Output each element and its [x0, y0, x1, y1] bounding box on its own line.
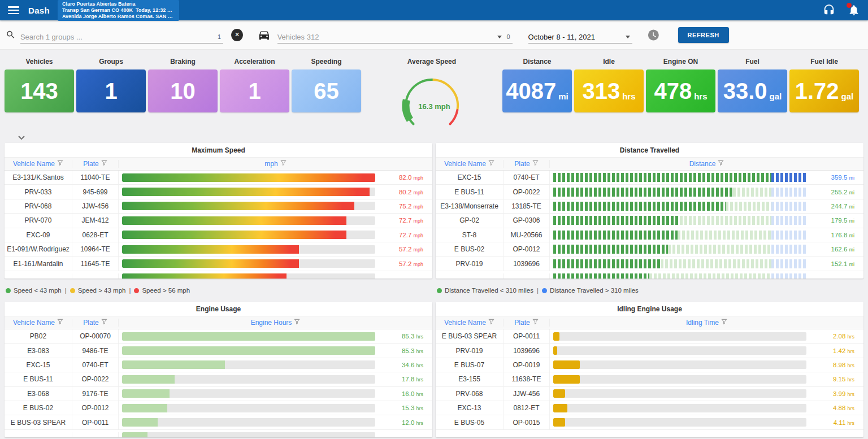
bar-cell [550, 332, 810, 341]
column-header-plate[interactable]: Plate [504, 160, 550, 168]
vehicle-name-cell: PB02 [5, 329, 72, 343]
distance-bar [553, 216, 806, 225]
kpi-card-idle[interactable]: 313hrs [574, 69, 644, 112]
filter-funnel-icon[interactable] [488, 160, 494, 168]
kpi-card-vehicles[interactable]: 143 [5, 69, 74, 112]
value-cell: 72.7 mph [379, 232, 432, 238]
ticker-line1: Claro Puertas Abiertas Bateria [62, 1, 175, 7]
table-row: EXC-090628-ET72.7 mph [5, 228, 432, 242]
filter-funnel-icon[interactable] [57, 319, 63, 327]
collapse-kpi-chevron-icon[interactable] [17, 133, 26, 138]
filter-funnel-icon[interactable] [57, 160, 63, 168]
column-header-plate[interactable]: Plate [504, 319, 550, 327]
plate-cell: 9486-TE [72, 344, 119, 357]
bar-segment [771, 231, 806, 240]
ticker-line2: Transp San German CO 400K Today, 12:32 p… [62, 7, 175, 14]
clear-search-button[interactable]: ✕ [231, 29, 243, 41]
date-range-field[interactable] [528, 27, 632, 44]
bar-track [122, 173, 375, 182]
refresh-button[interactable]: REFRESH [678, 27, 729, 43]
vehicles-caret-icon[interactable] [497, 36, 502, 38]
value-cell: 3.99 hrs [810, 390, 863, 397]
headset-icon[interactable] [823, 4, 835, 16]
column-header-engine-hours[interactable]: Engine Hours [119, 319, 432, 327]
date-range-input[interactable] [528, 33, 623, 41]
time-history-icon[interactable] [647, 28, 660, 42]
column-label: Plate [83, 160, 98, 168]
kpi-card-speeding[interactable]: 65 [292, 69, 361, 112]
vehicle-name-cell: GP-02 [436, 214, 504, 227]
bar-track [122, 432, 375, 437]
legend-item: Speed < 43 mph [6, 287, 62, 294]
vehicle-name-cell: E3-131/K.Santos [5, 171, 72, 184]
filter-funnel-icon[interactable] [101, 319, 107, 327]
date-caret-icon[interactable] [626, 36, 630, 38]
kpi-card-fuel-idle[interactable]: 1.72gal [789, 69, 859, 112]
kpi-card-braking[interactable]: 10 [148, 69, 218, 112]
kpi-value: 1 [248, 80, 261, 102]
kpi-label: Groups [76, 58, 146, 66]
legend-item: Speed > 56 mph [134, 287, 190, 294]
plate-cell: 945-699 [72, 185, 119, 198]
column-label: Plate [514, 319, 530, 327]
value-cell: 15.3 hrs [379, 405, 432, 411]
vehicles-select-input[interactable] [277, 33, 496, 41]
filter-funnel-icon[interactable] [101, 160, 107, 168]
filter-funnel-icon[interactable] [718, 160, 724, 168]
table-row: PRV-068JJW-45675.2 mph [5, 199, 432, 214]
column-header-plate[interactable]: Plate [72, 319, 119, 327]
distance-bar [553, 245, 806, 254]
column-header-vehicle-name[interactable]: Vehicle Name [5, 319, 72, 327]
kpi-card-acceleration[interactable]: 1 [220, 69, 289, 112]
kpi-card-fuel[interactable]: 33.0gal [718, 69, 787, 112]
value-cell: 359.5 mi [810, 174, 863, 181]
legend-label: Distance Travelled < 310 miles [445, 287, 533, 294]
table-row: E3-0689176-TE16.0 hrs [5, 387, 432, 401]
legend-item: Distance Travelled < 310 miles [437, 287, 533, 294]
legend-label: Speed < 43 mph [14, 287, 62, 294]
bar-segment [678, 231, 771, 240]
legend-separator: | [65, 287, 67, 294]
vehicles-select-field[interactable]: 0 [277, 27, 513, 44]
column-header-idling-time[interactable]: Idling Time [550, 319, 863, 327]
distance-bar [553, 188, 806, 197]
bar-cell [119, 418, 379, 427]
kpi-unit: gal [770, 92, 782, 101]
bar-fill [553, 389, 565, 398]
kpi-card-groups[interactable]: 1 [76, 69, 146, 112]
filter-funnel-icon[interactable] [280, 160, 287, 168]
bar-cell [550, 404, 810, 412]
column-header-distance[interactable]: Distance [550, 160, 863, 168]
table-header-row: Vehicle NamePlateEngine Hours [5, 316, 432, 329]
group-search-field[interactable]: 1 [20, 27, 223, 44]
kpi-value: 143 [20, 80, 58, 102]
column-label: Vehicle Name [13, 319, 55, 327]
vehicle-name-cell: E BUS-03 SPEAR [436, 329, 504, 343]
group-search-input[interactable] [20, 33, 215, 41]
menu-icon[interactable] [8, 6, 19, 14]
column-header-vehicle-name[interactable]: Vehicle Name [5, 160, 72, 168]
vehicle-name-cell: E1-091/W.Rodriguez [5, 242, 72, 256]
filter-funnel-icon[interactable] [532, 319, 539, 327]
plate-cell: OP-00070 [72, 329, 119, 343]
vehicle-name-cell: E3-155 [436, 372, 504, 386]
table-row: EXC-150740-ET359.5 mi [436, 171, 863, 185]
filter-funnel-icon[interactable] [532, 160, 539, 168]
bar-cell [119, 173, 379, 182]
value-cell: 1.42 hrs [810, 347, 863, 354]
column-header-mph[interactable]: mph [119, 160, 432, 168]
bar-cell [119, 259, 379, 268]
kpi-card-distance[interactable]: 4087mi [502, 69, 572, 112]
filter-funnel-icon[interactable] [294, 319, 300, 327]
column-header-vehicle-name[interactable]: Vehicle Name [436, 319, 504, 327]
vehicles-selected-count: 0 [504, 33, 512, 41]
notification-ticker[interactable]: Claro Puertas Abiertas Bateria Transp Sa… [58, 0, 179, 21]
notifications-bell-icon[interactable] [848, 4, 860, 16]
column-header-plate[interactable]: Plate [72, 160, 119, 168]
kpi-card-engine-on[interactable]: 478hrs [646, 69, 715, 112]
column-header-vehicle-name[interactable]: Vehicle Name [436, 160, 504, 168]
filter-funnel-icon[interactable] [488, 319, 494, 327]
filter-funnel-icon[interactable] [721, 319, 727, 327]
legend-item: Speed > 43 mph [70, 287, 126, 294]
bar-segment [771, 273, 806, 279]
